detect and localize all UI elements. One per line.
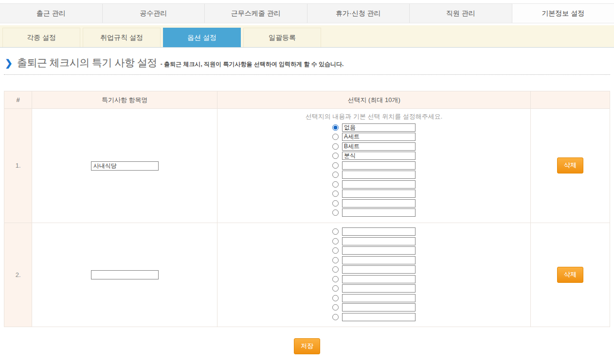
choice-default-radio[interactable] [332,124,339,131]
choices-cell: 선택지의 내용과 기본 선택 위치를 설정해주세요. [217,109,531,223]
choice-text-input[interactable] [342,246,415,255]
main-tab-leave-requests[interactable]: 휴가·신청 관리 [307,4,410,23]
choice-option-row [332,208,415,217]
choice-default-radio[interactable] [332,276,339,282]
choice-option-row [332,294,415,302]
choice-text-input[interactable] [342,199,415,208]
row-number: 1. [4,109,32,223]
choice-option-row [332,199,415,208]
choice-option-row [332,227,415,236]
choice-text-input[interactable] [342,227,415,236]
choice-option-row [332,256,415,264]
item-name-input[interactable] [91,270,159,279]
choice-default-radio[interactable] [332,172,339,178]
choice-text-input[interactable] [342,284,415,293]
chevron-right-icon: ❯ [5,57,13,69]
delete-button[interactable]: 삭제 [557,157,583,173]
choice-default-radio[interactable] [332,295,339,301]
choice-option-row [332,123,415,132]
choice-option-list [332,226,415,323]
main-tab-basic-info[interactable]: 기본정보 설정 [512,4,614,23]
sub-tab-work-rules[interactable]: 취업규칙 설정 [83,28,161,47]
choice-option-row [332,313,415,321]
choice-default-radio[interactable] [332,200,339,207]
choice-default-radio[interactable] [332,209,339,216]
delete-button[interactable]: 삭제 [557,267,583,283]
choice-option-row [332,265,415,274]
choices-cell [217,223,531,327]
choice-text-input[interactable] [342,275,415,283]
choice-text-input[interactable] [342,208,415,217]
save-button[interactable]: 저장 [294,338,320,354]
choice-default-radio[interactable] [332,134,339,140]
page-subtitle: - 출퇴근 체크시, 직원이 특기사항을 선택하여 입력하게 할 수 있습니다. [161,60,344,69]
choice-text-input[interactable] [342,180,415,189]
header-choices: 선택지 (최대 10개) [217,91,531,109]
item-name-cell [32,223,217,327]
sub-tab-bulk-register[interactable]: 일괄등록 [243,28,321,47]
sub-tab-option-settings[interactable]: 옵션 설정 [163,28,241,47]
choice-text-input[interactable] [342,152,415,160]
choice-text-input[interactable] [342,190,415,198]
header-actions [530,91,610,109]
choice-text-input[interactable] [342,303,415,312]
choice-option-row [332,284,415,293]
choice-option-row [332,152,415,160]
choice-default-radio[interactable] [332,285,339,292]
main-tab-attendance[interactable]: 출근 관리 [0,4,103,23]
choice-option-row [332,303,415,312]
main-tab-employees[interactable]: 직원 관리 [410,4,512,23]
header-number: # [4,91,32,109]
main-nav: 출근 관리 공수관리 근무스케줄 관리 휴가·신청 관리 직원 관리 기본정보 … [0,3,614,23]
choice-option-row [332,180,415,189]
choice-default-radio[interactable] [332,181,339,188]
choice-option-list [332,122,415,218]
choice-option-row [332,161,415,170]
table-header-row: # 특기사항 항목명 선택지 (최대 10개) [4,91,610,109]
table-row: 1. 선택지의 내용과 기본 선택 위치를 설정해주세요. [4,109,610,223]
sub-nav: 각종 설정 취업규칙 설정 옵션 설정 일괄등록 [0,25,614,48]
choice-option-row [332,142,415,151]
choice-option-row [332,190,415,198]
choice-default-radio[interactable] [332,247,339,254]
choice-option-row [332,275,415,283]
choice-default-radio[interactable] [332,143,339,150]
sub-tab-misc-settings[interactable]: 각종 설정 [2,28,80,47]
choice-option-row [332,246,415,255]
choice-option-row [332,133,415,141]
choice-text-input[interactable] [342,142,415,151]
table-row: 2. [4,223,610,327]
page-title-bar: ❯ 출퇴근 체크시의 특기 사항 설정 - 출퇴근 체크시, 직원이 특기사항을… [4,56,610,75]
header-item-name: 특기사항 항목명 [32,91,217,109]
choice-text-input[interactable] [342,123,415,132]
choice-default-radio[interactable] [332,228,339,235]
choice-default-radio[interactable] [332,153,339,159]
choice-text-input[interactable] [342,171,415,179]
choice-text-input[interactable] [342,133,415,141]
choice-option-row [332,237,415,245]
row-actions-cell: 삭제 [530,109,610,223]
choice-option-row [332,171,415,179]
choice-default-radio[interactable] [332,191,339,197]
main-tab-manhours[interactable]: 공수관리 [103,4,205,23]
page-title: 출퇴근 체크시의 특기 사항 설정 [17,56,157,69]
choice-text-input[interactable] [342,294,415,302]
choice-default-radio[interactable] [332,266,339,273]
item-name-cell [32,109,217,223]
main-tab-work-schedule[interactable]: 근무스케줄 관리 [205,4,307,23]
choice-text-input[interactable] [342,265,415,274]
choice-default-radio[interactable] [332,162,339,169]
choices-hint: 선택지의 내용과 기본 선택 위치를 설정해주세요. [217,112,530,121]
special-notes-table: # 특기사항 항목명 선택지 (최대 10개) 1. 선택지의 내용과 기본 선… [4,91,610,327]
choice-text-input[interactable] [342,161,415,170]
choice-default-radio[interactable] [332,238,339,244]
choice-default-radio[interactable] [332,257,339,263]
choice-text-input[interactable] [342,313,415,321]
choice-text-input[interactable] [342,256,415,264]
save-row: 저장 [4,338,610,354]
choice-default-radio[interactable] [332,314,339,320]
item-name-input[interactable] [91,161,159,171]
choice-text-input[interactable] [342,237,415,245]
choice-default-radio[interactable] [332,304,339,311]
content-area: # 특기사항 항목명 선택지 (최대 10개) 1. 선택지의 내용과 기본 선… [0,91,614,354]
